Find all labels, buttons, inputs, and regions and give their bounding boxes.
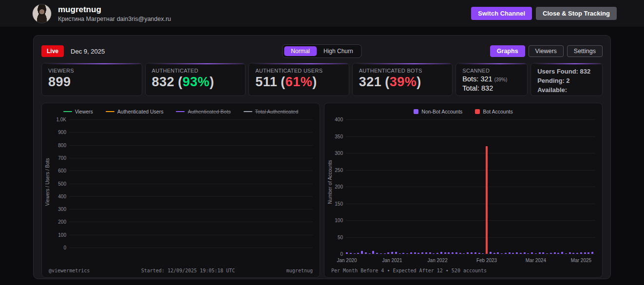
y-tick-label: 100 (322, 218, 343, 223)
gridline (346, 136, 595, 137)
auth-users-pct: 61% (285, 75, 313, 89)
tracking-started-timestamp: Started: 12/09/2025 19:05:18 UTC (141, 268, 235, 273)
bar-non-bot (414, 252, 416, 254)
bar-non-bot (417, 253, 419, 254)
legend-label: Bot Accounts (483, 109, 512, 114)
gridline (69, 247, 313, 248)
stat-value: 899 (48, 75, 135, 90)
stat-card-scanned: SCANNED Bots: 321 (39%) Total: 832 (455, 63, 528, 96)
topbar-actions: Switch Channel Close & Stop Tracking (471, 7, 617, 20)
bar-non-bot (459, 253, 461, 254)
bar-non-bot (550, 253, 552, 254)
bar-non-bot (490, 252, 492, 254)
bar-chart-footer: Per Month Before 4 • Expected After 12 •… (331, 268, 595, 273)
paren-open: ( (178, 75, 183, 89)
y-tick-label: 500 (46, 181, 66, 186)
bar-non-bot (516, 252, 518, 254)
pending-line: Pending: 2 (537, 76, 596, 86)
bar-non-bot (452, 252, 454, 254)
main-panel: Live Dec 9, 2025 Normal High Churn Graph… (33, 35, 611, 279)
legend-item-viewers[interactable]: Viewers (63, 109, 93, 114)
tab-settings[interactable]: Settings (567, 45, 603, 57)
x-tick-label: Jan 2021 (382, 258, 402, 263)
bar-non-bot (361, 251, 363, 254)
scanned-bots-pct: (39%) (494, 77, 508, 82)
available-line: Available: 4268/5000 (537, 86, 596, 96)
gridline (69, 158, 313, 158)
y-tick-label: 0 (322, 251, 343, 257)
legend-line-swatch (176, 111, 185, 112)
y-tick-label: 800 (46, 142, 66, 148)
paren-open: ( (281, 75, 285, 89)
stat-label: AUTHENTICATED USERS (255, 68, 342, 74)
bar-non-bot (444, 252, 446, 254)
bar-non-bot (433, 253, 435, 254)
gridline (69, 171, 313, 171)
stat-card-auth-users: AUTHENTICATED USERS 511(61%) (248, 63, 349, 96)
stat-card-summary: Users Found: 832 Pending: 2 Available: 4… (530, 63, 603, 96)
stat-card-authenticated: AUTHENTICATED 832(93%) (145, 63, 246, 96)
close-stop-tracking-button[interactable]: Close & Stop Tracking (536, 7, 617, 20)
line-chart-legend: ViewersAuthenticated UsersAuthenticated … (42, 109, 320, 114)
legend-label: Authenticated Bots (188, 109, 230, 114)
viewers-line-chart-panel: ViewersAuthenticated UsersAuthenticated … (41, 103, 320, 278)
mode-normal-button[interactable]: Normal (284, 46, 317, 56)
legend-item-authenticated-bots[interactable]: Authenticated Bots (176, 109, 230, 114)
stat-label: AUTHENTICATED (152, 68, 239, 74)
bar-chart-footer-text: Per Month Before 4 • Expected After 12 •… (331, 268, 487, 273)
auth-bots-count: 321 (359, 75, 382, 89)
bar-non-bot (572, 253, 574, 254)
switch-channel-button[interactable]: Switch Channel (471, 7, 532, 20)
stat-label: VIEWERS (48, 68, 135, 74)
gridline (346, 237, 595, 238)
bar-non-bot (527, 253, 529, 254)
auth-users-count: 511 (255, 75, 277, 89)
bar-non-bot (399, 253, 401, 254)
legend-item-bot-accounts[interactable]: Bot Accounts (475, 109, 512, 114)
stat-label: SCANNED (462, 68, 521, 74)
tab-viewers[interactable]: Viewers (529, 45, 564, 57)
paren-open: ( (385, 75, 390, 89)
bar-non-bot (376, 253, 378, 254)
scanned-total-label: Total: (462, 84, 479, 92)
bar-non-bot (354, 253, 356, 254)
bar-non-bot (350, 253, 352, 254)
y-tick-label: 350 (322, 133, 343, 139)
viewers-count: 899 (48, 75, 71, 89)
gridline (69, 196, 313, 197)
bar-non-bot (372, 251, 374, 254)
y-tick-label: 300 (46, 207, 66, 212)
legend-line-swatch (244, 111, 252, 112)
gridline (346, 119, 595, 120)
bar-non-bot (576, 253, 578, 254)
y-tick-label: 400 (322, 117, 343, 122)
bar-non-bot (482, 253, 484, 254)
legend-item-total-authenticated[interactable]: Total Authenticated (244, 109, 299, 114)
bar-non-bot (448, 252, 450, 254)
charts-row: ViewersAuthenticated UsersAuthenticated … (41, 103, 603, 278)
bar-non-bot (505, 253, 507, 254)
legend-item-non-bot-accounts[interactable]: Non-Bot Accounts (414, 109, 462, 114)
scanned-total-value: 832 (481, 84, 493, 92)
tab-graphs[interactable]: Graphs (490, 45, 525, 57)
bar-non-bot (463, 253, 465, 254)
top-bar: mugretnug Кристина Магретнаг dain3ris@ya… (0, 0, 644, 27)
y-tick-label: 100 (46, 232, 66, 237)
gridline (346, 170, 595, 171)
bar-non-bot (440, 252, 442, 254)
y-tick-label: 700 (46, 155, 66, 160)
mode-high-churn-button[interactable]: High Churn (317, 46, 360, 56)
y-tick-label: 150 (322, 201, 343, 206)
bar-non-bot (395, 252, 397, 254)
legend-item-authenticated-users[interactable]: Authenticated Users (106, 109, 164, 114)
bar-non-bot (561, 252, 563, 254)
x-tick-label: Jan 2020 (337, 258, 357, 263)
y-tick-label: 300 (322, 151, 343, 156)
bar-non-bot (387, 252, 389, 254)
gridline (346, 153, 595, 153)
bar-bot (486, 146, 488, 254)
channel-subtitle: Кристина Магретнаг dain3ris@yandex.ru (58, 16, 171, 22)
bar-non-bot (584, 252, 586, 254)
bar-non-bot (467, 252, 469, 254)
channel-name: mugretnug (58, 5, 171, 15)
